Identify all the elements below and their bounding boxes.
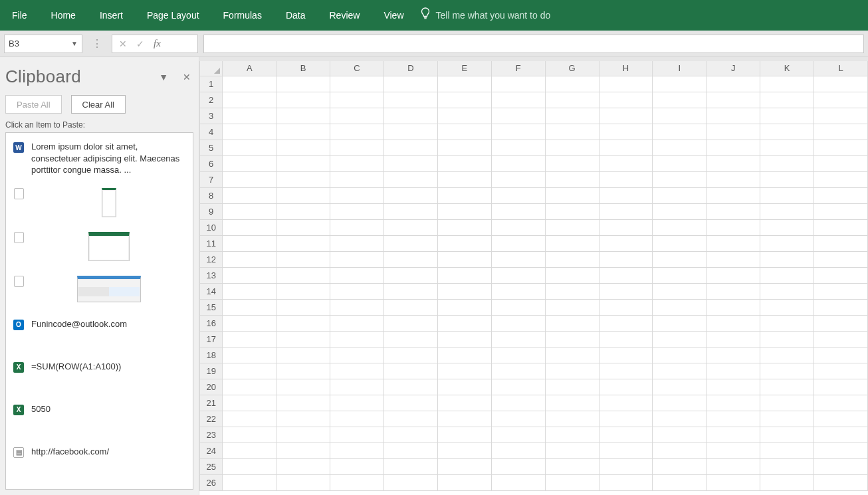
cell[interactable] [599,363,653,379]
cell[interactable] [545,427,599,443]
fx-icon[interactable]: fx [154,38,161,49]
cell[interactable] [599,171,653,187]
cell[interactable] [706,474,760,490]
cell[interactable] [223,315,276,331]
column-header[interactable]: K [760,61,814,76]
cell[interactable] [760,108,814,124]
cell[interactable] [599,331,653,347]
cell[interactable] [330,283,384,299]
row-header[interactable]: 24 [200,443,223,458]
cell[interactable] [384,299,438,315]
row-header[interactable]: 25 [200,458,223,474]
cell[interactable] [437,155,491,171]
cell[interactable] [706,379,760,395]
cell[interactable] [437,171,491,187]
cell[interactable] [760,299,814,315]
select-all-corner[interactable] [200,61,223,76]
cell[interactable] [384,379,438,395]
cell[interactable] [653,155,706,171]
cell[interactable] [706,187,760,203]
cell[interactable] [330,92,384,108]
cell[interactable] [330,140,384,155]
cell[interactable] [491,171,545,187]
cell[interactable] [706,92,760,108]
cell[interactable] [330,363,384,379]
cell[interactable] [545,363,599,379]
cell[interactable] [545,124,599,140]
cell[interactable] [276,124,330,140]
cell[interactable] [330,299,384,315]
cell[interactable] [760,347,814,363]
cell[interactable] [760,124,814,140]
column-header[interactable]: A [223,61,276,76]
cell[interactable] [814,299,868,315]
cell[interactable] [491,76,545,92]
cell[interactable] [545,411,599,427]
cell[interactable] [437,235,491,251]
cell[interactable] [491,203,545,219]
cell[interactable] [491,140,545,155]
cell[interactable] [706,171,760,187]
cell[interactable] [223,171,276,187]
cell[interactable] [491,187,545,203]
cell[interactable] [545,315,599,331]
cell[interactable] [384,347,438,363]
cell[interactable] [814,458,868,474]
cell[interactable] [491,474,545,490]
cell[interactable] [760,267,814,283]
cell[interactable] [384,443,438,458]
cell[interactable] [599,203,653,219]
cell[interactable] [653,203,706,219]
cell[interactable] [599,411,653,427]
cell[interactable] [545,267,599,283]
cell[interactable] [760,443,814,458]
cell[interactable] [545,379,599,395]
ribbon-tab-data[interactable]: Data [274,0,318,31]
cell[interactable] [276,411,330,427]
cell[interactable] [223,331,276,347]
ribbon-tab-page-layout[interactable]: Page Layout [135,0,211,31]
cell[interactable] [599,92,653,108]
cell[interactable] [706,203,760,219]
row-header[interactable]: 21 [200,395,223,411]
cell[interactable] [491,251,545,267]
cell[interactable] [545,331,599,347]
cell[interactable] [545,235,599,251]
cell[interactable] [276,155,330,171]
cell[interactable] [599,267,653,283]
cell[interactable] [653,411,706,427]
cell[interactable] [760,395,814,411]
cell[interactable] [437,283,491,299]
column-header[interactable]: E [437,61,491,76]
cell[interactable] [491,299,545,315]
cell[interactable] [437,219,491,235]
cell[interactable] [384,395,438,411]
cell[interactable] [814,140,868,155]
cell[interactable] [491,379,545,395]
cell[interactable] [491,108,545,124]
cell[interactable] [706,315,760,331]
clear-all-button[interactable]: Clear All [71,95,126,114]
cell[interactable] [599,427,653,443]
cell[interactable] [330,427,384,443]
cell[interactable] [653,235,706,251]
row-header[interactable]: 18 [200,347,223,363]
cell[interactable] [276,92,330,108]
clipboard-item[interactable]: WLorem ipsum dolor sit amet, consectetue… [10,136,189,181]
cell[interactable] [545,171,599,187]
cell[interactable] [437,379,491,395]
cell[interactable] [437,458,491,474]
cell[interactable] [706,251,760,267]
cell[interactable] [384,411,438,427]
cell[interactable] [384,203,438,219]
cell[interactable] [814,251,868,267]
cell[interactable] [653,347,706,363]
cell[interactable] [276,299,330,315]
clipboard-item[interactable]: X5050 [10,398,189,421]
cell[interactable] [276,474,330,490]
cell[interactable] [814,474,868,490]
cell[interactable] [276,219,330,235]
cell[interactable] [706,299,760,315]
close-icon[interactable]: ✕ [183,72,191,82]
cell[interactable] [814,443,868,458]
